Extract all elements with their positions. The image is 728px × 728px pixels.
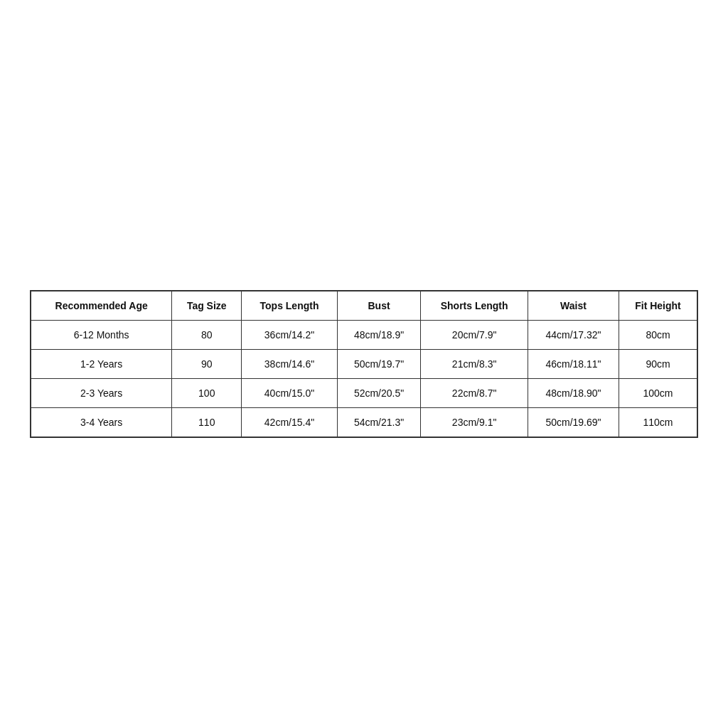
cell-tops_length: 36cm/14.2" (242, 321, 338, 350)
cell-waist: 46cm/18.11" (528, 350, 619, 379)
table-row: 2-3 Years10040cm/15.0"52cm/20.5"22cm/8.7… (31, 379, 697, 408)
table-row: 1-2 Years9038cm/14.6"50cm/19.7"21cm/8.3"… (31, 350, 697, 379)
cell-age: 3-4 Years (31, 408, 172, 438)
header-tops-length: Tops Length (242, 291, 338, 321)
cell-waist: 48cm/18.90" (528, 379, 619, 408)
cell-tag_size: 80 (172, 321, 242, 350)
cell-age: 6-12 Months (31, 321, 172, 350)
cell-tops_length: 40cm/15.0" (242, 379, 338, 408)
cell-tag_size: 110 (172, 408, 242, 438)
cell-shorts_length: 23cm/9.1" (421, 408, 528, 438)
size-chart-container: Recommended Age Tag Size Tops Length Bus… (30, 290, 698, 438)
cell-shorts_length: 21cm/8.3" (421, 350, 528, 379)
cell-bust: 54cm/21.3" (337, 408, 421, 438)
header-tag-size: Tag Size (172, 291, 242, 321)
cell-tops_length: 38cm/14.6" (242, 350, 338, 379)
table-header-row: Recommended Age Tag Size Tops Length Bus… (31, 291, 697, 321)
cell-waist: 50cm/19.69" (528, 408, 619, 438)
cell-fit_height: 100cm (619, 379, 698, 408)
cell-age: 2-3 Years (31, 379, 172, 408)
table-row: 3-4 Years11042cm/15.4"54cm/21.3"23cm/9.1… (31, 408, 697, 438)
cell-bust: 48cm/18.9" (337, 321, 421, 350)
cell-age: 1-2 Years (31, 350, 172, 379)
size-chart-table: Recommended Age Tag Size Tops Length Bus… (30, 290, 698, 438)
cell-shorts_length: 22cm/8.7" (421, 379, 528, 408)
cell-waist: 44cm/17.32" (528, 321, 619, 350)
cell-tag_size: 100 (172, 379, 242, 408)
cell-tops_length: 42cm/15.4" (242, 408, 338, 438)
cell-shorts_length: 20cm/7.9" (421, 321, 528, 350)
header-shorts-length: Shorts Length (421, 291, 528, 321)
header-recommended-age: Recommended Age (31, 291, 172, 321)
cell-fit_height: 90cm (619, 350, 698, 379)
cell-bust: 50cm/19.7" (337, 350, 421, 379)
cell-fit_height: 110cm (619, 408, 698, 438)
cell-bust: 52cm/20.5" (337, 379, 421, 408)
header-bust: Bust (337, 291, 421, 321)
header-fit-height: Fit Height (619, 291, 698, 321)
header-waist: Waist (528, 291, 619, 321)
cell-tag_size: 90 (172, 350, 242, 379)
table-row: 6-12 Months8036cm/14.2"48cm/18.9"20cm/7.… (31, 321, 697, 350)
cell-fit_height: 80cm (619, 321, 698, 350)
